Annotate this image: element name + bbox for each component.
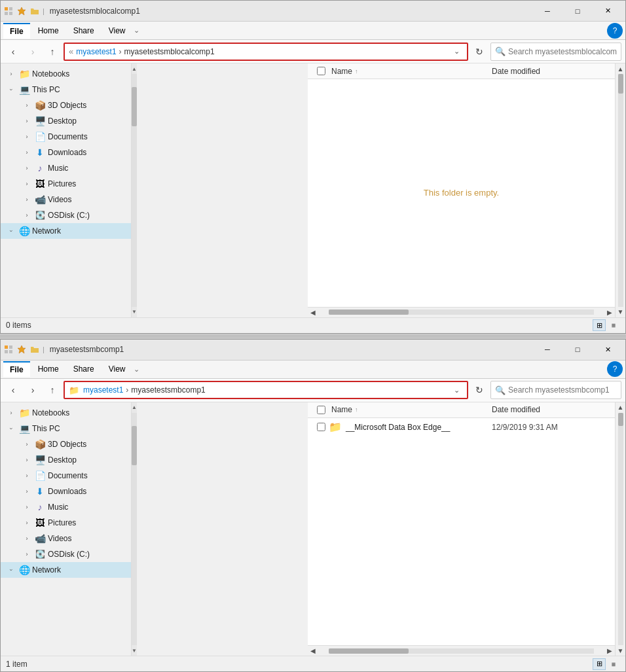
col-date-header-1[interactable]: Date modified xyxy=(492,67,610,76)
sidebar-item-network-1[interactable]: › 🌐 Network xyxy=(1,223,131,239)
tab-home-2[interactable]: Home xyxy=(31,362,65,376)
close-button-2[interactable]: ✕ xyxy=(593,339,623,360)
empty-message-1: This folder is empty. xyxy=(424,188,499,198)
tab-home-1[interactable]: Home xyxy=(31,24,65,38)
v-scroll-down-2[interactable]: ▼ xyxy=(616,645,626,656)
sidebar-item-osdisk-1[interactable]: › 💽 OSDisk (C:) xyxy=(1,207,131,223)
col-checkbox-1[interactable] xyxy=(313,67,329,75)
sidebar-item-3d-1[interactable]: › 📦 3D Objects xyxy=(1,97,131,113)
sidebar-item-this-pc-1[interactable]: › 💻 This PC xyxy=(1,82,131,97)
h-scroll-right-2[interactable]: ▶ xyxy=(604,646,615,656)
forward-button-1[interactable]: › xyxy=(24,43,41,60)
sidebar-item-pictures-2[interactable]: › 🖼 Pictures xyxy=(1,515,131,531)
breadcrumb-parent-1[interactable]: myasetest1 xyxy=(76,47,116,56)
sidebar-item-downloads-2[interactable]: › ⬇ Downloads xyxy=(1,484,131,499)
sidebar-item-pictures-1[interactable]: › 🖼 Pictures xyxy=(1,176,131,192)
sidebar-item-downloads-1[interactable]: › ⬇ Downloads xyxy=(1,145,131,160)
h-scroll-left-2[interactable]: ◀ xyxy=(308,646,318,656)
sidebar-item-documents-2[interactable]: › 📄 Documents xyxy=(1,468,131,484)
sidebar-item-notebooks-2[interactable]: › 📁 Notebooks xyxy=(1,405,131,421)
sidebar-scroll-down-2[interactable]: ▼ xyxy=(132,645,137,656)
expand-icon-notebooks-2: › xyxy=(6,408,16,418)
h-scroll-left-1[interactable]: ◀ xyxy=(308,307,318,317)
forward-button-2[interactable]: › xyxy=(24,381,41,398)
refresh-button-1[interactable]: ↻ xyxy=(471,43,488,60)
help-button-2[interactable]: ? xyxy=(607,361,623,377)
refresh-button-2[interactable]: ↻ xyxy=(471,381,488,398)
grid-view-btn-2[interactable]: ⊞ xyxy=(593,658,606,670)
sidebar-item-videos-1[interactable]: › 📹 Videos xyxy=(1,192,131,207)
breadcrumb-box-2[interactable]: 📁 myasetest1 › myasetestsmbcomp1 ⌄ xyxy=(64,381,468,399)
pin-icon[interactable] xyxy=(16,6,27,16)
sidebar-item-osdisk-2[interactable]: › 💽 OSDisk (C:) xyxy=(1,546,131,562)
h-scroll-track-1[interactable] xyxy=(329,309,594,315)
v-scroll-track-1 xyxy=(618,74,623,307)
up-button-2[interactable]: ↑ xyxy=(44,381,61,398)
file-row-check-1[interactable] xyxy=(313,423,329,431)
col-checkbox-2[interactable] xyxy=(313,406,329,414)
sidebar-item-videos-2[interactable]: › 📹 Videos xyxy=(1,531,131,546)
sidebar-item-network-2[interactable]: › 🌐 Network xyxy=(1,562,131,578)
back-button-2[interactable]: ‹ xyxy=(5,381,22,398)
up-button-1[interactable]: ↑ xyxy=(44,43,61,60)
sidebar-item-notebooks-1[interactable]: › 📁 Notebooks xyxy=(1,66,131,82)
quick-access-icon-2[interactable] xyxy=(3,344,14,355)
sidebar-scrollbar-2[interactable]: ▲ ▼ xyxy=(132,402,137,656)
tab-view-1[interactable]: View xyxy=(102,24,132,38)
sidebar-item-documents-1[interactable]: › 📄 Documents xyxy=(1,129,131,145)
breadcrumb-parent-2[interactable]: myasetest1 xyxy=(83,385,123,395)
v-scroll-up-1[interactable]: ▲ xyxy=(616,63,626,74)
sidebar-scroll-up-1[interactable]: ▲ xyxy=(132,63,137,74)
v-scroll-up-2[interactable]: ▲ xyxy=(616,402,626,413)
h-scroll-right-1[interactable]: ▶ xyxy=(604,307,615,317)
h-scroll-track-2[interactable] xyxy=(329,648,594,654)
sidebar-item-desktop-1[interactable]: › 🖥️ Desktop xyxy=(1,113,131,129)
sidebar-item-3d-2[interactable]: › 📦 3D Objects xyxy=(1,436,131,452)
sidebar-scroll-up-2[interactable]: ▲ xyxy=(132,402,137,413)
col-date-header-2[interactable]: Date modified xyxy=(492,405,610,414)
v-scroll-down-1[interactable]: ▼ xyxy=(616,307,626,317)
sidebar-scrollbar-1[interactable]: ▲ ▼ xyxy=(132,63,137,317)
search-input-2[interactable] xyxy=(508,385,617,395)
minimize-button-2[interactable]: ─ xyxy=(532,339,562,360)
maximize-button-1[interactable]: □ xyxy=(562,1,593,22)
maximize-button-2[interactable]: □ xyxy=(562,339,593,360)
ribbon-chevron-2[interactable]: ⌄ xyxy=(134,365,139,374)
quick-access-icon[interactable] xyxy=(3,6,14,16)
sidebar-item-music-2[interactable]: › ♪ Music xyxy=(1,499,131,515)
breadcrumb-chevron-1[interactable]: ⌄ xyxy=(450,45,463,58)
col-name-header-1[interactable]: Name ↑ xyxy=(329,67,492,76)
tab-file-2[interactable]: File xyxy=(3,361,30,377)
grid-view-btn-1[interactable]: ⊞ xyxy=(593,319,606,331)
v-scroll-1[interactable]: ▲ ▼ xyxy=(615,63,625,317)
select-all-checkbox-1[interactable] xyxy=(317,67,325,75)
sidebar-item-desktop-2[interactable]: › 🖥️ Desktop xyxy=(1,452,131,468)
pin-icon-2[interactable] xyxy=(16,344,27,355)
tab-file-1[interactable]: File xyxy=(3,23,30,39)
expand-icon-osdisk-2: › xyxy=(22,549,32,559)
breadcrumb-box-1[interactable]: « myasetest1 › myasetestsmblocalcomp1 ⌄ xyxy=(64,43,468,61)
sidebar-scroll-down-1[interactable]: ▼ xyxy=(132,307,137,317)
minimize-button-1[interactable]: ─ xyxy=(532,1,562,22)
file-row-1[interactable]: 📁 __Microsoft Data Box Edge__ 12/9/2019 … xyxy=(308,418,615,436)
sidebar-item-this-pc-2[interactable]: › 💻 This PC xyxy=(1,421,131,436)
tab-view-2[interactable]: View xyxy=(102,362,132,376)
help-button-1[interactable]: ? xyxy=(607,23,623,39)
file-checkbox-1[interactable] xyxy=(317,423,325,431)
tab-share-2[interactable]: Share xyxy=(67,362,101,376)
breadcrumb-chevron-2[interactable]: ⌄ xyxy=(450,383,463,397)
back-button-1[interactable]: ‹ xyxy=(5,43,22,60)
title-bar-title-2: myasetestsmbcomp1 xyxy=(47,345,530,354)
sidebar-item-music-1[interactable]: › ♪ Music xyxy=(1,160,131,176)
v-scroll-2[interactable]: ▲ ▼ xyxy=(615,402,625,656)
ribbon-chevron-1[interactable]: ⌄ xyxy=(134,26,139,35)
close-button-1[interactable]: ✕ xyxy=(593,1,623,22)
h-scroll-1[interactable]: ◀ ▶ xyxy=(308,307,615,317)
h-scroll-2[interactable]: ◀ ▶ xyxy=(308,645,615,656)
tab-share-1[interactable]: Share xyxy=(67,24,101,38)
col-name-header-2[interactable]: Name ↑ xyxy=(329,405,492,414)
select-all-checkbox-2[interactable] xyxy=(317,406,325,414)
detail-view-btn-2[interactable]: ≡ xyxy=(607,658,620,670)
detail-view-btn-1[interactable]: ≡ xyxy=(607,319,620,331)
search-input-1[interactable] xyxy=(508,47,617,56)
